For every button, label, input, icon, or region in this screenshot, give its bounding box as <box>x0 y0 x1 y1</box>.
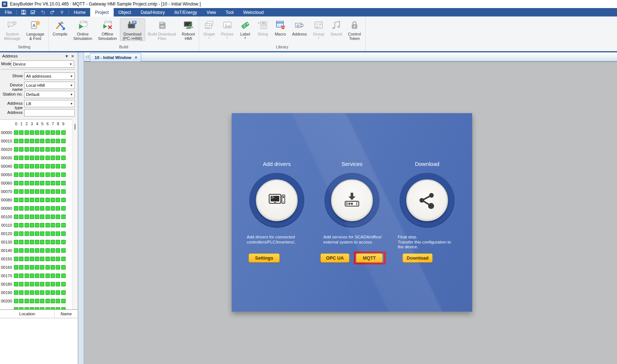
download-button[interactable]: Download <box>403 253 433 263</box>
bit-checkbox-checked[interactable] <box>51 172 55 177</box>
bit-checkbox-checked[interactable] <box>14 164 18 168</box>
bit-checkbox-checked[interactable] <box>40 147 44 152</box>
bit-checkbox-checked[interactable] <box>35 164 39 168</box>
bit-checkbox-checked[interactable] <box>45 181 50 185</box>
bit-checkbox-checked[interactable] <box>61 147 66 152</box>
menu-item-project[interactable]: Project <box>90 8 113 16</box>
bit-checkbox-checked[interactable] <box>19 198 23 202</box>
bit-checkbox-checked[interactable] <box>19 172 23 177</box>
bit-checkbox-checked[interactable] <box>14 248 18 253</box>
bit-checkbox-checked[interactable] <box>56 240 60 244</box>
bit-checkbox-checked[interactable] <box>30 139 34 143</box>
bit-checkbox-checked[interactable] <box>56 156 60 160</box>
bit-checkbox-checked[interactable] <box>45 206 50 211</box>
bit-checkbox-checked[interactable] <box>30 240 34 244</box>
bit-checkbox-checked[interactable] <box>45 130 50 135</box>
window-editor-canvas[interactable]: Add driversAdd drivers for connectedcont… <box>84 62 617 364</box>
bit-checkbox-checked[interactable] <box>19 181 23 185</box>
bit-checkbox-checked[interactable] <box>25 240 29 244</box>
bit-checkbox-checked[interactable] <box>35 156 39 160</box>
bit-checkbox-checked[interactable] <box>14 257 18 261</box>
bit-checkbox-checked[interactable] <box>45 248 50 253</box>
bit-checkbox-checked[interactable] <box>40 282 44 286</box>
settings-button[interactable]: Settings <box>249 253 280 263</box>
bit-checkbox-checked[interactable] <box>40 248 44 253</box>
bit-checkbox-checked[interactable] <box>45 290 50 295</box>
bit-checkbox-checked[interactable] <box>30 147 34 152</box>
bit-checkbox-checked[interactable] <box>25 156 29 160</box>
bit-checkbox-checked[interactable] <box>19 189 23 194</box>
bit-checkbox-checked[interactable] <box>45 257 50 261</box>
bit-checkbox-checked[interactable] <box>40 231 44 236</box>
bit-checkbox-checked[interactable] <box>51 223 55 227</box>
pane-splitter[interactable] <box>78 52 84 364</box>
bit-checkbox-checked[interactable] <box>56 198 60 202</box>
tab-scroll-left-icon[interactable]: ◁ <box>85 54 88 59</box>
ribbon-button-label[interactable]: Label▾ <box>236 18 254 40</box>
grid-scrollbar-thumb[interactable] <box>74 124 76 130</box>
bit-checkbox-checked[interactable] <box>40 189 44 194</box>
bit-checkbox-checked[interactable] <box>56 189 60 194</box>
opc-ua-button[interactable]: OPC UA <box>320 253 349 263</box>
panel-menu-caret-icon[interactable]: ▼ <box>64 53 70 59</box>
bit-checkbox-checked[interactable] <box>51 215 55 219</box>
bit-checkbox-checked[interactable] <box>25 215 29 219</box>
bit-checkbox-checked[interactable] <box>51 198 55 202</box>
bit-checkbox-checked[interactable] <box>14 215 18 219</box>
bit-checkbox-checked[interactable] <box>51 290 55 295</box>
bit-checkbox-checked[interactable] <box>61 274 66 278</box>
bit-checkbox-checked[interactable] <box>35 189 39 194</box>
bit-checkbox-checked[interactable] <box>61 299 66 303</box>
bit-checkbox-checked[interactable] <box>30 206 34 211</box>
bit-checkbox-checked[interactable] <box>61 223 66 227</box>
bit-checkbox-checked[interactable] <box>30 290 34 295</box>
bit-checkbox-checked[interactable] <box>35 206 39 211</box>
bit-checkbox-checked[interactable] <box>56 181 60 185</box>
bit-checkbox-checked[interactable] <box>45 223 50 227</box>
bit-checkbox-checked[interactable] <box>25 147 29 152</box>
bit-checkbox-checked[interactable] <box>35 248 39 253</box>
bit-checkbox-checked[interactable] <box>51 147 55 152</box>
column-header-name[interactable]: Name <box>55 310 78 318</box>
bit-checkbox-checked[interactable] <box>40 257 44 261</box>
bit-checkbox-checked[interactable] <box>35 198 39 202</box>
bit-checkbox-checked[interactable] <box>40 299 44 303</box>
bit-checkbox-checked[interactable] <box>25 282 29 286</box>
bit-checkbox-checked[interactable] <box>25 248 29 253</box>
bit-checkbox-checked[interactable] <box>40 198 44 202</box>
bit-checkbox-checked[interactable] <box>14 240 18 244</box>
bit-checkbox-checked[interactable] <box>25 206 29 211</box>
bit-checkbox-checked[interactable] <box>25 231 29 236</box>
bit-checkbox-checked[interactable] <box>61 215 66 219</box>
bit-checkbox-checked[interactable] <box>14 139 18 143</box>
save-icon[interactable] <box>21 9 27 15</box>
bit-checkbox-checked[interactable] <box>14 223 18 227</box>
bit-checkbox-checked[interactable] <box>56 223 60 227</box>
bit-checkbox-checked[interactable] <box>19 265 23 270</box>
bit-checkbox-checked[interactable] <box>51 282 55 286</box>
device-name-select[interactable]: Local HMI▼ <box>24 82 75 89</box>
bit-checkbox-checked[interactable] <box>61 248 66 253</box>
grid-scrollbar[interactable] <box>73 119 77 309</box>
bit-checkbox-checked[interactable] <box>30 189 34 194</box>
bit-checkbox-checked[interactable] <box>30 164 34 168</box>
tab-close-icon[interactable]: ✕ <box>134 56 137 59</box>
bit-checkbox-checked[interactable] <box>30 215 34 219</box>
bit-checkbox-checked[interactable] <box>56 274 60 278</box>
bit-checkbox-checked[interactable] <box>61 164 66 168</box>
bit-checkbox-checked[interactable] <box>51 206 55 211</box>
bit-checkbox-checked[interactable] <box>51 181 55 185</box>
bit-checkbox-checked[interactable] <box>56 206 60 211</box>
address-type-select[interactable]: LB▼ <box>24 100 75 107</box>
bit-checkbox-checked[interactable] <box>56 257 60 261</box>
bit-checkbox-checked[interactable] <box>45 215 50 219</box>
tab-initial-window[interactable]: 10 - Initial Window ✕ <box>90 53 141 62</box>
bit-checkbox-checked[interactable] <box>51 189 55 194</box>
bit-checkbox-checked[interactable] <box>30 181 34 185</box>
bit-checkbox-checked[interactable] <box>51 240 55 244</box>
bit-checkbox-checked[interactable] <box>40 215 44 219</box>
bit-checkbox-checked[interactable] <box>56 290 60 295</box>
bit-checkbox-checked[interactable] <box>61 282 66 286</box>
bit-checkbox-checked[interactable] <box>51 164 55 168</box>
bit-checkbox-checked[interactable] <box>56 130 60 135</box>
